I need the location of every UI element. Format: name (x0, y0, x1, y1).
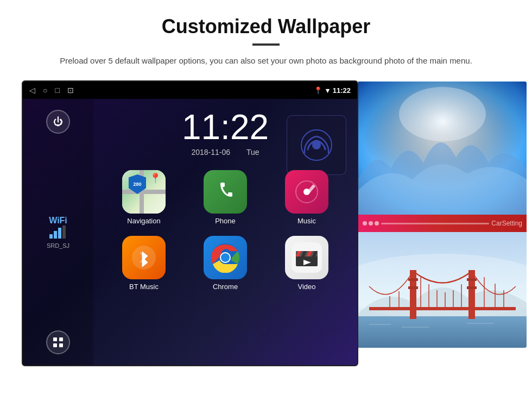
clock-area: 11:22 2018-11-06 Tue (182, 99, 269, 165)
svg-rect-30 (468, 270, 475, 319)
mid-line (381, 223, 489, 224)
navigation-app[interactable]: 280 📍 Navigation (111, 170, 176, 225)
wallpaper-mid: CarSetting (358, 215, 527, 232)
svg-rect-34 (467, 286, 477, 289)
center-content: 11:22 2018-11-06 Tue (93, 99, 357, 365)
page-title: Customized Wallpaper (162, 15, 371, 38)
clock-time: 11:22 (182, 110, 269, 145)
screenshot-nav-icon[interactable]: ⊡ (67, 86, 74, 95)
mid-dot-3 (375, 221, 379, 226)
svg-rect-35 (369, 307, 516, 310)
title-divider (252, 43, 280, 46)
left-sidebar: ⏻ WiFi SRD_SJ (23, 99, 93, 365)
app-grid: 280 📍 Navigation (100, 165, 350, 296)
svg-point-15 (221, 253, 230, 262)
mid-dots (363, 221, 379, 226)
clock-date: 2018-11-06 Tue (182, 148, 269, 156)
screen-body: ⏻ WiFi SRD_SJ (23, 99, 357, 365)
wifi-status-icon: ▾ (326, 86, 330, 95)
mid-dot-1 (363, 221, 367, 226)
bt-music-app[interactable]: BT Music (111, 236, 176, 291)
wifi-label: WiFi (47, 216, 69, 226)
music-app-icon (285, 170, 328, 214)
svg-rect-31 (408, 278, 418, 281)
svg-rect-5 (59, 337, 63, 341)
grid-button[interactable] (46, 330, 70, 354)
power-button[interactable]: ⏻ (46, 110, 70, 134)
right-panel: CarSetting (358, 82, 527, 348)
page-wrapper: Customized Wallpaper Preload over 5 defa… (0, 0, 532, 377)
status-time: 11:22 (333, 86, 351, 95)
wifi-signal-bars (47, 226, 69, 241)
mid-dot-2 (369, 221, 373, 226)
content-area: ◁ ○ □ ⊡ 📍 ▾ 11:22 ⏻ (22, 80, 510, 366)
wifi-widget: WiFi SRD_SJ (47, 216, 69, 249)
svg-rect-6 (53, 343, 57, 347)
svg-rect-32 (408, 286, 418, 289)
svg-rect-29 (410, 270, 416, 319)
location-icon: 📍 (314, 86, 322, 95)
wallpaper-bottom[interactable] (358, 232, 527, 348)
chrome-app-icon (204, 236, 247, 279)
bt-music-app-icon (122, 236, 166, 279)
video-app-label: Video (297, 283, 315, 291)
back-nav-icon[interactable]: ◁ (29, 86, 35, 95)
page-description: Preload over 5 default wallpaper options… (60, 54, 472, 67)
svg-rect-4 (53, 337, 57, 341)
wifi-ssid: SRD_SJ (47, 242, 69, 249)
nav-pin-icon: 📍 (149, 172, 161, 184)
phone-app[interactable]: Phone (193, 170, 258, 225)
video-app[interactable]: Video (274, 236, 339, 291)
phone-app-label: Phone (215, 217, 236, 225)
clock-day-value: Tue (246, 148, 259, 156)
status-bar-left: ◁ ○ □ ⊡ (29, 86, 74, 95)
wallpaper-top-inner (358, 82, 527, 215)
power-icon: ⏻ (53, 116, 63, 128)
bt-music-app-label: BT Music (129, 283, 159, 291)
music-app[interactable]: Music (274, 170, 339, 225)
video-app-icon (285, 236, 328, 279)
carsetting-label: CarSetting (491, 220, 522, 227)
svg-rect-7 (59, 343, 63, 347)
svg-rect-0 (49, 234, 53, 239)
navigation-app-label: Navigation (127, 217, 160, 225)
svg-rect-2 (58, 228, 61, 239)
svg-point-22 (399, 87, 486, 141)
chrome-app-label: Chrome (213, 283, 238, 291)
floating-wifi-widget (287, 115, 346, 175)
phone-app-icon (204, 170, 247, 214)
status-bar-right: 📍 ▾ 11:22 (314, 86, 351, 95)
svg-rect-33 (467, 278, 477, 281)
wallpaper-top[interactable] (358, 82, 527, 215)
clock-date-value: 2018-11-06 (191, 148, 230, 156)
navigation-app-icon: 280 📍 (122, 170, 166, 214)
status-bar: ◁ ○ □ ⊡ 📍 ▾ 11:22 (23, 82, 357, 99)
svg-rect-25 (358, 316, 527, 348)
svg-rect-1 (54, 231, 57, 239)
music-app-label: Music (297, 217, 316, 225)
android-screen: ◁ ○ □ ⊡ 📍 ▾ 11:22 ⏻ (22, 80, 358, 366)
home-nav-icon[interactable]: ○ (43, 86, 47, 95)
svg-rect-3 (62, 226, 66, 239)
chrome-app[interactable]: Chrome (193, 236, 258, 291)
recents-nav-icon[interactable]: □ (55, 86, 59, 95)
